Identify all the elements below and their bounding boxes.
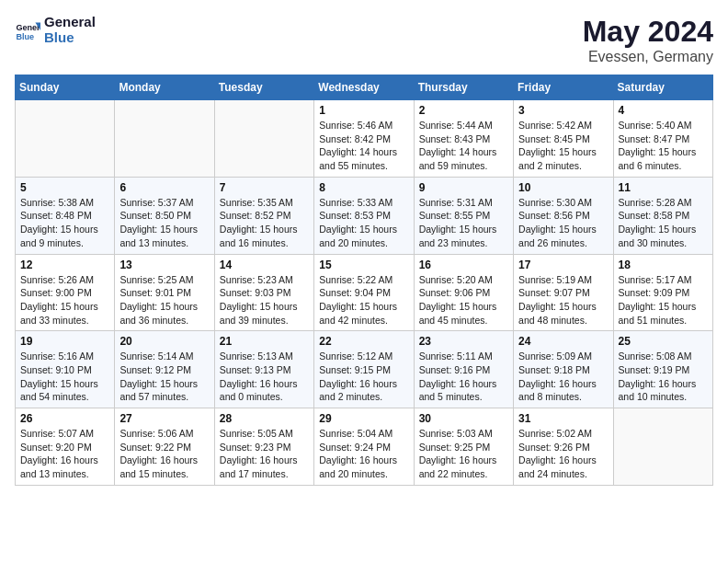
day-number: 27 [119,412,209,425]
day-number: 12 [20,259,109,271]
day-info: Sunrise: 5:04 AM Sunset: 9:24 PM Dayligh… [319,427,408,481]
day-number: 22 [319,335,408,348]
day-number: 14 [220,259,309,271]
day-info: Sunrise: 5:22 AM Sunset: 9:04 PM Dayligh… [319,273,408,327]
day-number: 1 [319,104,408,117]
day-info: Sunrise: 5:19 AM Sunset: 9:07 PM Dayligh… [518,273,608,327]
calendar-cell [16,100,115,178]
day-info: Sunrise: 5:28 AM Sunset: 8:58 PM Dayligh… [619,196,708,250]
day-info: Sunrise: 5:06 AM Sunset: 9:22 PM Dayligh… [119,427,209,481]
calendar-cell: 15Sunrise: 5:22 AM Sunset: 9:04 PM Dayli… [314,254,414,331]
day-info: Sunrise: 5:46 AM Sunset: 8:42 PM Dayligh… [319,119,408,173]
day-info: Sunrise: 5:35 AM Sunset: 8:52 PM Dayligh… [220,196,309,250]
day-info: Sunrise: 5:02 AM Sunset: 9:26 PM Dayligh… [518,427,608,481]
weekday-header-sunday: Sunday [16,75,115,100]
svg-text:Blue: Blue [16,31,34,40]
calendar-week-2: 12Sunrise: 5:26 AM Sunset: 9:00 PM Dayli… [16,254,713,331]
calendar-cell: 14Sunrise: 5:23 AM Sunset: 9:03 PM Dayli… [214,254,313,331]
weekday-header-tuesday: Tuesday [214,75,313,100]
day-number: 26 [20,412,109,425]
calendar-cell: 2Sunrise: 5:44 AM Sunset: 8:43 PM Daylig… [414,100,513,178]
calendar-cell: 30Sunrise: 5:03 AM Sunset: 9:25 PM Dayli… [414,408,513,486]
day-number: 5 [20,181,109,194]
calendar-cell: 25Sunrise: 5:08 AM Sunset: 9:19 PM Dayli… [613,331,712,408]
calendar-cell: 8Sunrise: 5:33 AM Sunset: 8:53 PM Daylig… [314,177,414,254]
day-info: Sunrise: 5:12 AM Sunset: 9:15 PM Dayligh… [319,350,408,404]
subtitle: Evessen, Germany [583,49,713,65]
calendar-cell: 6Sunrise: 5:37 AM Sunset: 8:50 PM Daylig… [115,177,214,254]
day-number: 17 [518,259,608,271]
calendar-table: SundayMondayTuesdayWednesdayThursdayFrid… [15,75,713,486]
calendar-week-1: 5Sunrise: 5:38 AM Sunset: 8:48 PM Daylig… [16,177,713,254]
calendar-cell: 9Sunrise: 5:31 AM Sunset: 8:55 PM Daylig… [414,177,513,254]
day-number: 15 [319,259,408,271]
day-number: 7 [220,181,309,194]
calendar-cell: 13Sunrise: 5:25 AM Sunset: 9:01 PM Dayli… [115,254,214,331]
logo-icon: General Blue [15,17,40,43]
day-info: Sunrise: 5:13 AM Sunset: 9:13 PM Dayligh… [220,350,309,404]
weekday-header-wednesday: Wednesday [314,75,414,100]
calendar-cell: 5Sunrise: 5:38 AM Sunset: 8:48 PM Daylig… [16,177,115,254]
calendar-cell: 22Sunrise: 5:12 AM Sunset: 9:15 PM Dayli… [314,331,414,408]
calendar-cell: 26Sunrise: 5:07 AM Sunset: 9:20 PM Dayli… [16,408,115,486]
day-info: Sunrise: 5:07 AM Sunset: 9:20 PM Dayligh… [20,427,109,481]
day-number: 31 [518,412,608,425]
day-number: 11 [619,181,708,194]
calendar-cell: 27Sunrise: 5:06 AM Sunset: 9:22 PM Dayli… [115,408,214,486]
day-info: Sunrise: 5:17 AM Sunset: 9:09 PM Dayligh… [619,273,708,327]
calendar-cell: 31Sunrise: 5:02 AM Sunset: 9:26 PM Dayli… [514,408,613,486]
day-number: 28 [220,412,309,425]
day-number: 2 [419,104,508,117]
day-info: Sunrise: 5:03 AM Sunset: 9:25 PM Dayligh… [419,427,508,481]
title-block: May 2024 Evessen, Germany [583,15,713,65]
day-info: Sunrise: 5:33 AM Sunset: 8:53 PM Dayligh… [319,196,408,250]
main-title: May 2024 [583,15,713,49]
logo-line1: General [44,15,96,30]
page-header: General Blue General Blue May 2024 Evess… [15,15,713,65]
day-info: Sunrise: 5:25 AM Sunset: 9:01 PM Dayligh… [119,273,209,327]
day-number: 30 [419,412,508,425]
day-number: 6 [119,181,209,194]
day-info: Sunrise: 5:30 AM Sunset: 8:56 PM Dayligh… [518,196,608,250]
day-number: 24 [518,335,608,348]
calendar-cell: 21Sunrise: 5:13 AM Sunset: 9:13 PM Dayli… [214,331,313,408]
calendar-cell: 23Sunrise: 5:11 AM Sunset: 9:16 PM Dayli… [414,331,513,408]
weekday-header-saturday: Saturday [613,75,712,100]
calendar-cell: 29Sunrise: 5:04 AM Sunset: 9:24 PM Dayli… [314,408,414,486]
calendar-cell: 28Sunrise: 5:05 AM Sunset: 9:23 PM Dayli… [214,408,313,486]
day-info: Sunrise: 5:08 AM Sunset: 9:19 PM Dayligh… [619,350,708,404]
day-info: Sunrise: 5:38 AM Sunset: 8:48 PM Dayligh… [20,196,109,250]
calendar-week-0: 1Sunrise: 5:46 AM Sunset: 8:42 PM Daylig… [16,100,713,178]
day-number: 4 [619,104,708,117]
calendar-cell [115,100,214,178]
day-info: Sunrise: 5:31 AM Sunset: 8:55 PM Dayligh… [419,196,508,250]
calendar-cell: 3Sunrise: 5:42 AM Sunset: 8:45 PM Daylig… [514,100,613,178]
logo-line2: Blue [44,30,96,46]
calendar-cell: 16Sunrise: 5:20 AM Sunset: 9:06 PM Dayli… [414,254,513,331]
day-number: 29 [319,412,408,425]
calendar-cell: 24Sunrise: 5:09 AM Sunset: 9:18 PM Dayli… [514,331,613,408]
day-info: Sunrise: 5:26 AM Sunset: 9:00 PM Dayligh… [20,273,109,327]
calendar-cell: 10Sunrise: 5:30 AM Sunset: 8:56 PM Dayli… [514,177,613,254]
day-number: 20 [119,335,209,348]
day-info: Sunrise: 5:20 AM Sunset: 9:06 PM Dayligh… [419,273,508,327]
calendar-cell: 17Sunrise: 5:19 AM Sunset: 9:07 PM Dayli… [514,254,613,331]
calendar-cell: 1Sunrise: 5:46 AM Sunset: 8:42 PM Daylig… [314,100,414,178]
calendar-cell: 7Sunrise: 5:35 AM Sunset: 8:52 PM Daylig… [214,177,313,254]
day-number: 16 [419,259,508,271]
day-info: Sunrise: 5:44 AM Sunset: 8:43 PM Dayligh… [419,119,508,173]
calendar-cell: 4Sunrise: 5:40 AM Sunset: 8:47 PM Daylig… [613,100,712,178]
day-info: Sunrise: 5:11 AM Sunset: 9:16 PM Dayligh… [419,350,508,404]
day-info: Sunrise: 5:40 AM Sunset: 8:47 PM Dayligh… [619,119,708,173]
calendar-week-3: 19Sunrise: 5:16 AM Sunset: 9:10 PM Dayli… [16,331,713,408]
day-info: Sunrise: 5:42 AM Sunset: 8:45 PM Dayligh… [518,119,608,173]
calendar-cell [613,408,712,486]
day-number: 19 [20,335,109,348]
calendar-cell: 18Sunrise: 5:17 AM Sunset: 9:09 PM Dayli… [613,254,712,331]
day-number: 21 [220,335,309,348]
weekday-header-monday: Monday [115,75,214,100]
day-number: 25 [619,335,708,348]
day-info: Sunrise: 5:09 AM Sunset: 9:18 PM Dayligh… [518,350,608,404]
calendar-cell: 11Sunrise: 5:28 AM Sunset: 8:58 PM Dayli… [613,177,712,254]
day-number: 18 [619,259,708,271]
